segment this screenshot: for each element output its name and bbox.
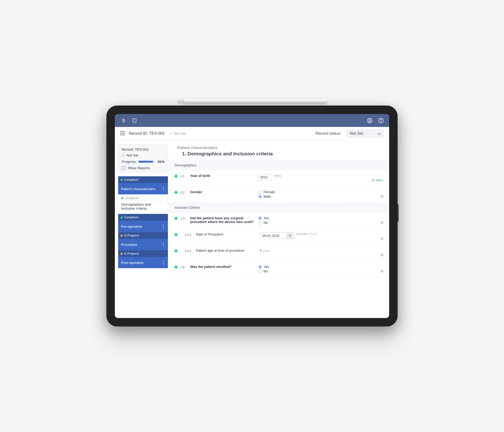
record-status-chip: Not Set	[122, 153, 164, 157]
year-of-birth-input[interactable]	[258, 174, 271, 181]
question-label: Patient age at time of procedure	[196, 249, 260, 252]
nav-status-procedure: In Progress	[118, 232, 168, 239]
status-dot-icon	[120, 216, 123, 219]
question-surgical-procedure: 1.3 Did the patient have any surgical pr…	[168, 212, 389, 229]
date-of-procedure-input[interactable]: 05-01-2018	[260, 232, 294, 239]
svg-point-8	[381, 121, 381, 122]
checkbox-checked-icon: ✓	[122, 166, 126, 170]
kebab-menu-icon[interactable]	[161, 224, 165, 229]
nav-item-pre-operative[interactable]: Pre-operative	[118, 221, 168, 232]
svg-point-17	[381, 255, 383, 256]
nav-sub-status-demographics: Completed	[118, 194, 168, 201]
radio-option-yes[interactable]: Yes	[258, 216, 269, 220]
question-number: 1.3.2	[185, 249, 196, 253]
nav-sub-item-demographics[interactable]: Demographics and Inclusion criteria	[118, 201, 168, 214]
row-settings-button[interactable]: SDV	[371, 178, 384, 182]
svg-point-6	[369, 119, 370, 120]
svg-point-9	[373, 180, 374, 181]
question-date-of-procedure: 1.3.1 Date of Procedure 05-01-2018 (DD-M…	[168, 229, 389, 245]
question-number: 1.1	[180, 175, 190, 178]
row-settings-button[interactable]	[380, 194, 384, 199]
record-status-label: Record status:	[315, 131, 341, 136]
question-status-dot-icon	[174, 217, 178, 220]
question-year-of-birth: 1.1 Year of birth (yyyy) SDV	[168, 170, 389, 186]
surgical-radio-group: Yes No	[258, 216, 269, 224]
status-dot-icon	[121, 197, 123, 199]
question-number: 1.3.1	[185, 233, 196, 237]
question-status-dot-icon	[174, 266, 178, 269]
radio-checked-icon	[258, 265, 262, 269]
nav-item-patient-characteristics[interactable]: Patient characteristics	[118, 183, 168, 194]
svg-point-10	[381, 196, 383, 197]
question-label: Did the patient have any surgical proced…	[190, 216, 258, 224]
input-hint: (yyyy)	[274, 174, 282, 177]
help-icon[interactable]	[378, 118, 384, 124]
enrolled-radio-group: Yes No	[258, 265, 269, 273]
row-settings-button[interactable]	[380, 221, 384, 225]
input-hint: (DD-MM-YYYY)	[296, 232, 317, 236]
record-id-label: Record ID: TES-001	[129, 131, 165, 136]
radio-checked-icon	[258, 195, 262, 198]
live-indicator: Not Live	[169, 131, 186, 136]
status-dot-icon	[120, 235, 123, 237]
kebab-menu-icon[interactable]	[161, 260, 165, 265]
nav-status-patient-characteristics: Completed	[118, 176, 168, 183]
status-dot-icon	[120, 179, 123, 181]
svg-point-11	[381, 222, 383, 223]
record-title: Record: TES-001	[122, 147, 164, 151]
progress-row: Progress: 81%	[122, 160, 164, 164]
question-label: Gender	[190, 190, 258, 194]
calendar-icon[interactable]	[286, 233, 293, 239]
power-button	[397, 204, 398, 222]
progress-percent: 81%	[158, 160, 164, 164]
svg-point-16	[381, 238, 383, 239]
radio-icon	[258, 221, 262, 224]
question-status-dot-icon	[174, 233, 178, 236]
radio-icon	[258, 270, 262, 273]
sdv-badge: SDV	[376, 179, 381, 182]
show-reports-label: Show Reports	[128, 166, 150, 170]
radio-option-female[interactable]: Female	[258, 190, 275, 194]
section-header-inclusion: Inclusion Criteria	[168, 202, 389, 212]
record-toolbar: Record ID: TES-001 Not Live Record statu…	[115, 127, 389, 140]
show-reports-toggle[interactable]: ✓ Show Reports	[122, 166, 164, 170]
breadcrumb: Patient characteristics	[177, 146, 383, 150]
gender-radio-group: Female Male	[258, 190, 275, 198]
radio-option-yes[interactable]: Yes	[258, 265, 269, 269]
svg-rect-0	[133, 119, 136, 122]
question-enrolled: 1.4 Was the patient enrolled? Yes N	[168, 261, 389, 277]
page-header: Patient characteristics 1. Demographics …	[168, 145, 389, 160]
kebab-menu-icon[interactable]	[161, 242, 165, 247]
nav-list: Completed Patient characteristics Comple…	[118, 176, 168, 268]
row-settings-button[interactable]	[380, 237, 384, 241]
radio-checked-icon	[258, 216, 262, 220]
user-icon[interactable]	[367, 118, 373, 124]
svg-point-18	[381, 271, 383, 272]
radio-option-no[interactable]: No	[258, 269, 269, 273]
row-settings-button[interactable]	[380, 253, 384, 257]
question-label: Date of Procedure	[196, 232, 260, 236]
date-value: 05-01-2018	[260, 234, 286, 238]
live-dot-icon	[170, 133, 172, 134]
radio-option-male[interactable]: Male	[258, 195, 275, 198]
app-logo-icon[interactable]	[120, 118, 126, 124]
progress-fill	[138, 161, 153, 163]
question-gender: 1.2 Gender Female Male	[168, 186, 389, 202]
kebab-menu-icon[interactable]	[161, 186, 165, 191]
record-summary-card: Record: TES-001 Not Set Progress: 81%	[118, 144, 168, 173]
live-label: Not Live	[174, 132, 186, 135]
row-settings-button[interactable]	[380, 269, 384, 273]
radio-icon	[258, 190, 262, 194]
section-header-demographics: Demographics	[168, 160, 389, 170]
notebook-icon[interactable]	[131, 118, 137, 124]
menu-icon[interactable]	[120, 131, 125, 136]
page-title: 1. Demographics and Inclusion criteria	[177, 151, 383, 156]
question-status-dot-icon	[174, 191, 178, 194]
record-status-select[interactable]: Not Set	[346, 129, 384, 138]
record-status-value: Not Set	[350, 131, 363, 136]
svg-rect-12	[289, 235, 291, 237]
nav-item-procedure[interactable]: Procedure	[118, 239, 168, 250]
nav-item-post-operative[interactable]: Post-operative	[118, 257, 168, 268]
radio-option-no[interactable]: No	[258, 221, 269, 224]
question-number: 1.2	[180, 191, 190, 194]
